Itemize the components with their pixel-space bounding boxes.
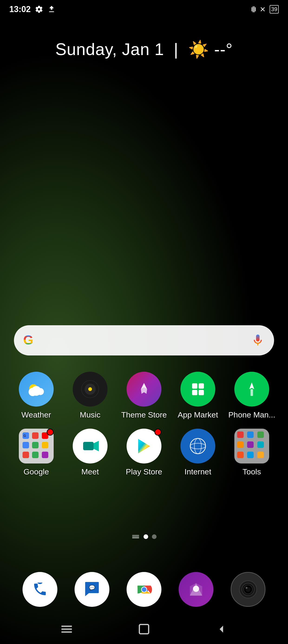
nav-bar [0, 622, 288, 637]
app-market-label: App Market [178, 410, 218, 419]
music-label: Music [80, 410, 100, 419]
app-weather[interactable]: Weather [13, 372, 60, 419]
google-folder-label: Google [24, 467, 49, 476]
dock-gallery[interactable] [173, 572, 219, 607]
theme-store-icon [126, 372, 162, 406]
svg-point-3 [37, 388, 44, 395]
app-play-store[interactable]: Play Store [121, 429, 167, 476]
tools-folder-label: Tools [242, 467, 261, 476]
google-logo: G [23, 332, 40, 348]
internet-icon [180, 429, 215, 464]
tools-folder-icon [234, 429, 269, 464]
app-tools-folder[interactable]: Tools [228, 429, 275, 476]
weather-label: Weather [21, 410, 51, 419]
svg-text:💬: 💬 [89, 585, 95, 591]
phone-manager-icon [234, 372, 269, 406]
google-notification [47, 429, 54, 436]
app-row-1: Weather Music [9, 372, 279, 419]
wallpaper [0, 0, 288, 644]
dock-chrome[interactable] [121, 572, 167, 607]
app-internet[interactable]: Internet [175, 429, 221, 476]
vibrate-icon [252, 6, 256, 12]
music-icon [73, 372, 108, 406]
page-indicators [0, 534, 288, 539]
meet-icon [73, 429, 108, 464]
microphone-icon[interactable] [251, 334, 265, 347]
app-market-icon [180, 372, 215, 406]
svg-marker-14 [94, 441, 99, 452]
page-indicator-1[interactable] [144, 534, 148, 539]
app-theme-store[interactable]: Theme Store [121, 372, 167, 419]
app-grid: Weather Music [0, 372, 288, 486]
svg-point-2 [28, 388, 37, 396]
svg-rect-32 [139, 624, 149, 634]
svg-point-6 [88, 387, 92, 391]
svg-rect-9 [192, 390, 198, 395]
svg-rect-11 [250, 389, 253, 396]
svg-rect-7 [192, 383, 198, 389]
date-text: Sunday, Jan 1 | ☀️ --° [0, 40, 288, 59]
svg-rect-10 [198, 390, 204, 395]
app-market[interactable]: App Market [175, 372, 221, 419]
temperature-text: --° [214, 40, 233, 58]
battery-icon: 39 [270, 5, 279, 14]
app-google-folder[interactable]: G Google [13, 429, 60, 476]
phone-manager-label: Phone Man... [228, 410, 275, 419]
svg-rect-8 [198, 383, 204, 389]
dock-camera[interactable] [225, 572, 271, 607]
nav-back-button[interactable] [214, 622, 228, 637]
weather-sun-icon: ☀️ [188, 40, 209, 58]
search-bar[interactable]: G [14, 325, 274, 356]
battery-percent: 39 [271, 6, 277, 12]
date-widget: Sunday, Jan 1 | ☀️ --° [0, 40, 288, 59]
status-time: 13:02 [9, 4, 31, 14]
app-music[interactable]: Music [67, 372, 113, 419]
svg-point-30 [246, 587, 247, 589]
svg-point-25 [193, 586, 199, 592]
theme-store-label: Theme Store [121, 410, 167, 419]
page-menu-icon [132, 534, 140, 539]
nav-menu-button[interactable] [60, 622, 74, 637]
svg-point-23 [142, 587, 146, 592]
svg-rect-13 [83, 442, 94, 450]
weather-icon [19, 372, 54, 406]
app-meet[interactable]: Meet [67, 429, 113, 476]
dock-phone[interactable] [17, 572, 63, 607]
settings-icon [35, 5, 43, 14]
playstore-notification [154, 429, 162, 436]
app-phone-manager[interactable]: Phone Man... [228, 372, 275, 419]
app-row-2: G Google [9, 429, 279, 476]
dock: 💬 [0, 572, 288, 607]
play-store-label: Play Store [126, 467, 162, 476]
status-bar: 13:02 39 [0, 0, 288, 18]
internet-label: Internet [184, 467, 211, 476]
page-indicator-2[interactable] [152, 534, 156, 539]
svg-text:G: G [24, 434, 26, 438]
dock-messages[interactable]: 💬 [69, 572, 115, 607]
nav-home-button[interactable] [137, 622, 151, 637]
download-icon [48, 5, 56, 14]
meet-label: Meet [81, 467, 99, 476]
close-icon [259, 6, 266, 13]
